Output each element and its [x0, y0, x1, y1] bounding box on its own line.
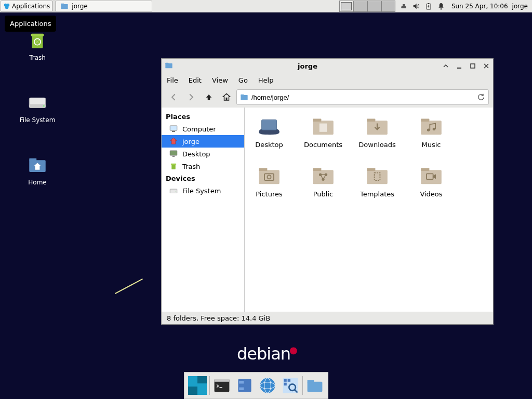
- sidebar-item-desktop[interactable]: Desktop: [162, 148, 244, 160]
- folder-downloads[interactable]: Downloads: [358, 115, 396, 149]
- window-title: jorge: [176, 62, 439, 70]
- menu-help[interactable]: Help: [258, 76, 274, 84]
- svg-rect-4: [61, 3, 64, 5]
- window-titlebar[interactable]: jorge: [162, 59, 493, 73]
- workspace-4[interactable]: [381, 1, 395, 12]
- svg-rect-3: [61, 4, 68, 9]
- window-up-button[interactable]: [442, 62, 449, 70]
- desktop-icon-filesystem[interactable]: File System: [12, 91, 62, 124]
- workspace-3[interactable]: [367, 1, 381, 12]
- dock-terminal[interactable]: [211, 375, 233, 396]
- desktop-decor-line: [115, 278, 143, 294]
- folder-label: Templates: [360, 190, 394, 198]
- taskbar-entry-jorge[interactable]: jorge: [56, 1, 152, 12]
- window-minimize-button[interactable]: [456, 62, 463, 70]
- dock-web-browser[interactable]: [257, 375, 278, 396]
- svg-point-65: [260, 378, 275, 393]
- workspace-1[interactable]: [339, 1, 353, 12]
- dock: [184, 372, 328, 399]
- sidebar-places-header: Places: [162, 111, 244, 123]
- sidebar-item-computer[interactable]: Computer: [162, 123, 244, 135]
- svg-rect-38: [421, 121, 442, 135]
- desktop-icon-trash[interactable]: Trash: [12, 29, 62, 61]
- folder-label: Documents: [304, 141, 342, 149]
- folder-pictures[interactable]: Pictures: [250, 164, 288, 198]
- svg-rect-51: [367, 170, 388, 184]
- applications-menu-button[interactable]: Applications: [1, 1, 52, 12]
- window-maximize-button[interactable]: [469, 62, 476, 70]
- menu-go[interactable]: Go: [238, 76, 248, 84]
- user-menu[interactable]: jorge: [510, 3, 532, 10]
- top-panel: Applications jorge Sun 25 Apr, 10:06 jor…: [0, 0, 532, 12]
- file-manager-window: jorge File Edit View Go Help Places Co: [161, 58, 494, 325]
- svg-rect-19: [165, 62, 168, 64]
- battery-icon[interactable]: [424, 2, 433, 10]
- folder-icon: [255, 164, 283, 187]
- svg-rect-11: [31, 34, 44, 36]
- nav-up-button[interactable]: [201, 89, 217, 105]
- address-input[interactable]: [251, 94, 474, 101]
- folder-public[interactable]: Public: [304, 164, 342, 198]
- desktop-icon-label: Trash: [29, 54, 46, 61]
- sidebar-label: Desktop: [182, 150, 210, 158]
- svg-rect-26: [170, 151, 177, 155]
- dock-file-manager[interactable]: [234, 375, 256, 396]
- window-icon: [165, 61, 173, 71]
- reload-button[interactable]: [477, 92, 485, 102]
- trash-icon: [26, 29, 48, 51]
- notifications-icon[interactable]: [437, 2, 445, 10]
- desktop-icon-label: File System: [20, 116, 56, 124]
- folder-label: Public: [313, 190, 333, 198]
- folder-icon: [363, 115, 391, 138]
- folder-label: Videos: [420, 190, 442, 198]
- folder-icon: [240, 93, 248, 101]
- network-icon[interactable]: [400, 2, 408, 10]
- dock-folder[interactable]: [304, 375, 326, 396]
- sidebar-item-filesystem[interactable]: File System: [162, 184, 244, 197]
- svg-point-2: [5, 5, 9, 9]
- workspace-pager[interactable]: [339, 1, 395, 12]
- svg-rect-70: [288, 379, 290, 381]
- folder-videos[interactable]: Videos: [412, 164, 450, 198]
- svg-rect-61: [215, 379, 230, 381]
- sidebar-label: jorge: [182, 138, 200, 145]
- svg-rect-54: [421, 170, 442, 184]
- file-view[interactable]: Desktop Documents Downloads Music Pictur…: [245, 108, 493, 312]
- folder-icon: [363, 164, 391, 187]
- window-close-button[interactable]: [483, 62, 490, 70]
- sidebar-item-jorge[interactable]: jorge: [162, 135, 244, 148]
- volume-icon[interactable]: [412, 2, 420, 10]
- address-bar[interactable]: [236, 89, 489, 105]
- sidebar-item-trash[interactable]: Trash: [162, 160, 244, 172]
- folder-icon: [417, 164, 445, 187]
- dock-show-desktop[interactable]: [187, 375, 208, 396]
- toolbar: [162, 87, 493, 108]
- folder-documents[interactable]: Documents: [304, 115, 342, 149]
- nav-back-button[interactable]: [166, 89, 181, 105]
- menu-file[interactable]: File: [167, 76, 178, 84]
- folder-desktop[interactable]: Desktop: [250, 115, 288, 149]
- folder-music[interactable]: Music: [412, 115, 450, 149]
- folder-icon: [417, 115, 445, 138]
- svg-rect-43: [259, 168, 267, 171]
- folder-templates[interactable]: Templates: [358, 164, 396, 198]
- dock-app-finder[interactable]: [280, 375, 301, 396]
- svg-rect-18: [165, 63, 172, 68]
- status-text: 8 folders, Free space: 14.4 GiB: [167, 314, 270, 322]
- svg-rect-22: [241, 95, 247, 100]
- folder-icon: [60, 2, 69, 10]
- nav-home-button[interactable]: [219, 89, 234, 105]
- status-bar: 8 folders, Free space: 14.4 GiB: [162, 312, 493, 324]
- menu-view[interactable]: View: [212, 76, 228, 84]
- clock[interactable]: Sun 25 Apr, 10:06: [449, 3, 510, 10]
- svg-rect-73: [308, 382, 323, 392]
- drive-icon: [169, 186, 178, 195]
- folder-icon: [255, 115, 283, 138]
- sidebar-devices-header: Devices: [162, 172, 244, 184]
- workspace-2[interactable]: [353, 1, 367, 12]
- svg-rect-35: [320, 124, 327, 132]
- menu-edit[interactable]: Edit: [189, 76, 202, 84]
- folder-label: Downloads: [358, 141, 395, 149]
- nav-forward-button[interactable]: [183, 89, 199, 105]
- desktop-icon-home[interactable]: Home: [12, 154, 62, 186]
